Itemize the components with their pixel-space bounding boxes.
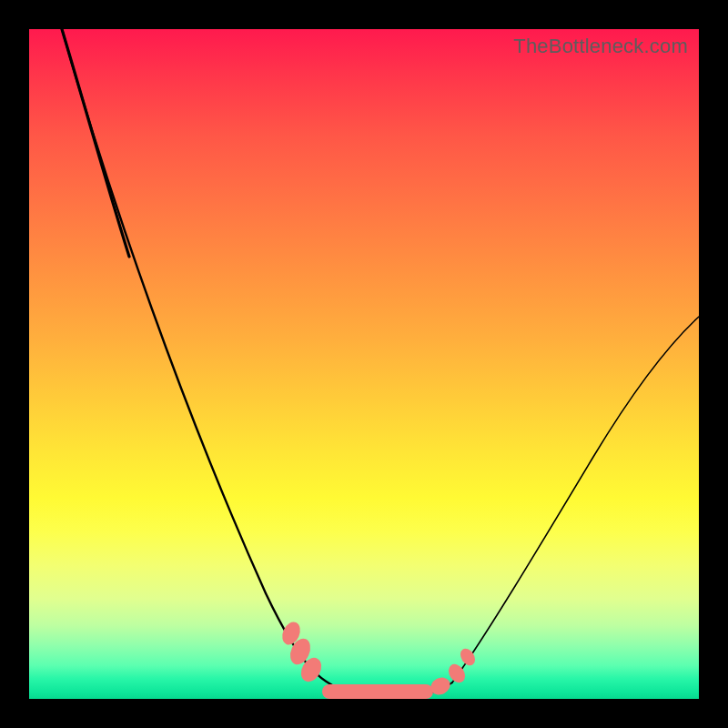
marker-layer bbox=[29, 29, 699, 699]
optimal-range-markers bbox=[278, 619, 478, 699]
watermark-text: TheBottleneck.com bbox=[513, 35, 688, 58]
plot-area: TheBottleneck.com bbox=[29, 29, 699, 699]
chart-frame: TheBottleneck.com bbox=[0, 0, 728, 728]
marker-bar bbox=[322, 684, 433, 699]
marker-dot bbox=[458, 646, 479, 668]
